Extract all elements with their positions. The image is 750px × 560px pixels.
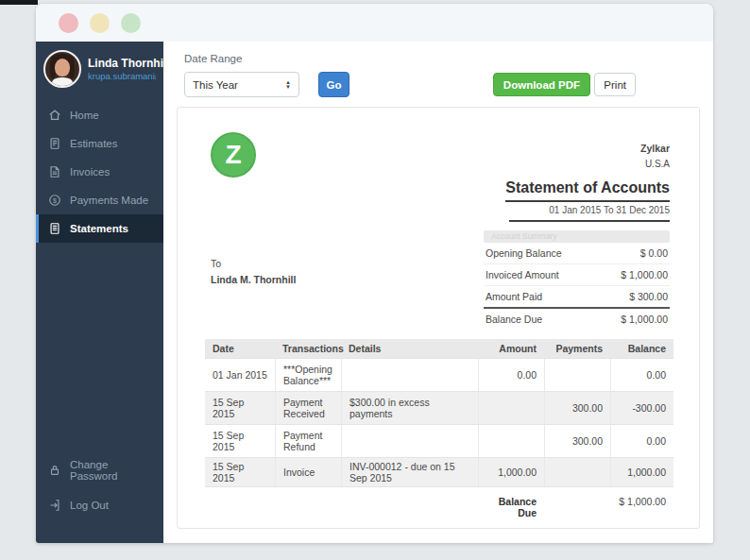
table-cell: 1,000.00 (478, 458, 544, 486)
window-titlebar (36, 4, 713, 42)
window-minimize-button[interactable] (90, 13, 110, 33)
logout-icon (48, 499, 61, 512)
summary-value: $ 300.00 (629, 291, 668, 302)
company-country: U.S.A (640, 157, 670, 171)
summary-row: Opening Balance $ 0.00 (484, 243, 670, 264)
column-header: Transactions (275, 339, 341, 358)
recipient-name: Linda M. Thornhill (211, 272, 296, 288)
column-header: Balance (610, 339, 673, 358)
sidebar-item-home[interactable]: Home (36, 101, 163, 129)
user-profile[interactable]: Linda Thornhill krupa.subramania... (36, 42, 163, 97)
table-cell: 0.00 (610, 359, 673, 391)
company-logo: Z (211, 132, 256, 178)
company-name: Zylkar (640, 142, 670, 157)
transactions-table: Date Transactions Details Amount Payment… (205, 339, 673, 518)
balance-due-value: $ 1,000.00 (610, 496, 673, 518)
window-close-button[interactable] (59, 13, 78, 33)
table-row: 15 Sep 2015 Payment Refund 300.00 0.00 (205, 424, 673, 457)
summary-total-label: Balance Due (486, 314, 542, 325)
table-row: 01 Jan 2015 ***Opening Balance*** 0.00 0… (205, 358, 673, 391)
balance-due-label: Balance Due (478, 496, 544, 518)
table-cell: Payment Received (275, 392, 341, 424)
sidebar-item-label: Payments Made (70, 195, 148, 206)
table-cell: 300.00 (544, 425, 610, 457)
sidebar-item-label: Home (70, 110, 99, 121)
print-button[interactable]: Print (594, 73, 636, 96)
sidebar-item-label: Change Password (70, 459, 151, 482)
sidebar: Linda Thornhill krupa.subramania... Home… (36, 42, 163, 543)
sidebar-item-label: Log Out (70, 500, 109, 511)
table-cell: 15 Sep 2015 (205, 425, 275, 457)
statement-document: Z Zylkar U.S.A Statement of Accounts 01 … (177, 107, 700, 529)
account-summary: Account Summary Opening Balance $ 0.00 I… (484, 230, 670, 330)
table-cell: INV-000012 - due on 15 Sep 2015 (341, 458, 478, 486)
summary-value: $ 1,000.00 (621, 269, 668, 280)
sidebar-item-change-password[interactable]: Change Password (36, 450, 163, 490)
statement-icon (48, 222, 61, 235)
lock-icon (48, 464, 61, 477)
sidebar-item-label: Invoices (70, 166, 110, 178)
summary-total-row: Balance Due $ 1,000.00 (484, 307, 670, 330)
summary-total-value: $ 1,000.00 (621, 314, 668, 325)
account-summary-header: Account Summary (484, 230, 670, 243)
table-cell: 300.00 (544, 392, 610, 424)
summary-label: Opening Balance (486, 247, 562, 259)
go-button[interactable]: Go (318, 72, 349, 97)
table-cell: ***Opening Balance*** (275, 359, 341, 391)
sidebar-item-label: Statements (70, 223, 128, 234)
sidebar-item-log-out[interactable]: Log Out (36, 490, 163, 520)
summary-label: Invoiced Amount (486, 269, 559, 280)
sidebar-item-payments-made[interactable]: $ Payments Made (36, 186, 163, 214)
summary-label: Amount Paid (486, 291, 542, 302)
table-cell: 15 Sep 2015 (205, 392, 275, 424)
payments-icon: $ (48, 194, 61, 207)
summary-row: Amount Paid $ 300.00 (484, 286, 670, 308)
download-pdf-button[interactable]: Download PDF (493, 73, 590, 96)
document-period: 01 Jan 2015 To 31 Dec 2015 (509, 202, 670, 222)
sidebar-item-invoices[interactable]: Invoices (36, 158, 163, 186)
column-header: Details (341, 339, 478, 358)
top-left-bar (0, 0, 38, 5)
recipient-label: To (211, 256, 296, 272)
table-cell: 1,000.00 (610, 458, 673, 486)
window-maximize-button[interactable] (121, 13, 141, 33)
document-title: Statement of Accounts (505, 179, 670, 202)
table-cell: 0.00 (610, 425, 673, 457)
home-icon (48, 109, 61, 122)
table-cell: 01 Jan 2015 (205, 359, 275, 391)
table-cell (341, 425, 478, 457)
table-cell (544, 359, 610, 391)
sidebar-item-statements[interactable]: Statements (36, 214, 163, 243)
table-footer-row: Balance Due $ 1,000.00 (205, 487, 673, 518)
summary-row: Invoiced Amount $ 1,000.00 (484, 264, 670, 286)
main-content: Date Range This Year ▲▼ Go Download PDF … (163, 42, 713, 543)
sidebar-item-estimates[interactable]: Estimates (36, 129, 163, 158)
date-range-label: Date Range (184, 53, 242, 64)
table-row: 15 Sep 2015 Invoice INV-000012 - due on … (205, 457, 673, 487)
date-range-selected-value: This Year (193, 79, 238, 91)
avatar (43, 50, 81, 88)
table-cell (478, 392, 544, 424)
table-cell: $300.00 in excess payments (341, 392, 478, 424)
column-header: Payments (544, 339, 610, 358)
column-header: Date (205, 339, 275, 358)
table-header-row: Date Transactions Details Amount Payment… (205, 339, 673, 358)
table-cell: 0.00 (478, 359, 544, 391)
table-cell (478, 425, 544, 457)
date-range-select[interactable]: This Year ▲▼ (184, 72, 299, 97)
portal-window: Linda Thornhill krupa.subramania... Home… (36, 4, 713, 543)
summary-value: $ 0.00 (640, 247, 668, 259)
table-cell: Payment Refund (275, 425, 341, 457)
user-email: krupa.subramania... (88, 71, 156, 82)
user-name: Linda Thornhill (88, 57, 156, 71)
sidebar-footer: Change Password Log Out (36, 450, 163, 520)
table-cell (341, 359, 478, 391)
invoice-document-icon (48, 165, 61, 178)
column-header: Amount (478, 339, 544, 358)
estimate-document-icon (48, 137, 61, 150)
table-cell: 15 Sep 2015 (205, 458, 275, 486)
table-row: 15 Sep 2015 Payment Received $300.00 in … (205, 391, 673, 424)
svg-text:$: $ (53, 197, 57, 204)
sidebar-item-label: Estimates (70, 138, 118, 149)
select-stepper-icon: ▲▼ (285, 80, 291, 89)
